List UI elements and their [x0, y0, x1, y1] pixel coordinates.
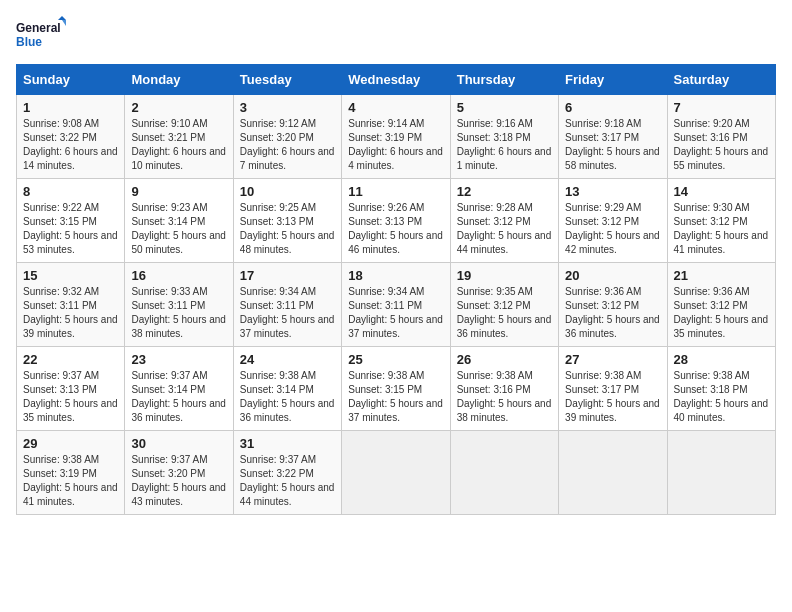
calendar-cell: 11Sunrise: 9:26 AMSunset: 3:13 PMDayligh… [342, 179, 450, 263]
calendar-header: SundayMondayTuesdayWednesdayThursdayFrid… [17, 65, 776, 95]
day-number: 23 [131, 352, 226, 367]
cell-info: Sunrise: 9:33 AMSunset: 3:11 PMDaylight:… [131, 286, 226, 339]
day-number: 17 [240, 268, 335, 283]
svg-text:Blue: Blue [16, 35, 42, 49]
calendar-cell: 5Sunrise: 9:16 AMSunset: 3:18 PMDaylight… [450, 95, 558, 179]
day-number: 6 [565, 100, 660, 115]
col-header-saturday: Saturday [667, 65, 775, 95]
cell-info: Sunrise: 9:10 AMSunset: 3:21 PMDaylight:… [131, 118, 226, 171]
day-number: 25 [348, 352, 443, 367]
cell-info: Sunrise: 9:29 AMSunset: 3:12 PMDaylight:… [565, 202, 660, 255]
col-header-sunday: Sunday [17, 65, 125, 95]
day-number: 5 [457, 100, 552, 115]
cell-info: Sunrise: 9:37 AMSunset: 3:22 PMDaylight:… [240, 454, 335, 507]
col-header-thursday: Thursday [450, 65, 558, 95]
cell-info: Sunrise: 9:37 AMSunset: 3:13 PMDaylight:… [23, 370, 118, 423]
day-number: 16 [131, 268, 226, 283]
calendar-cell: 4Sunrise: 9:14 AMSunset: 3:19 PMDaylight… [342, 95, 450, 179]
day-number: 24 [240, 352, 335, 367]
cell-info: Sunrise: 9:37 AMSunset: 3:20 PMDaylight:… [131, 454, 226, 507]
cell-info: Sunrise: 9:16 AMSunset: 3:18 PMDaylight:… [457, 118, 552, 171]
calendar-cell: 6Sunrise: 9:18 AMSunset: 3:17 PMDaylight… [559, 95, 667, 179]
calendar-cell [667, 431, 775, 515]
calendar-cell: 9Sunrise: 9:23 AMSunset: 3:14 PMDaylight… [125, 179, 233, 263]
cell-info: Sunrise: 9:23 AMSunset: 3:14 PMDaylight:… [131, 202, 226, 255]
calendar-cell: 8Sunrise: 9:22 AMSunset: 3:15 PMDaylight… [17, 179, 125, 263]
day-number: 14 [674, 184, 769, 199]
day-number: 2 [131, 100, 226, 115]
day-number: 18 [348, 268, 443, 283]
cell-info: Sunrise: 9:38 AMSunset: 3:18 PMDaylight:… [674, 370, 769, 423]
calendar-cell: 28Sunrise: 9:38 AMSunset: 3:18 PMDayligh… [667, 347, 775, 431]
page-header: General Blue [16, 16, 776, 54]
day-number: 12 [457, 184, 552, 199]
calendar-week-1: 1Sunrise: 9:08 AMSunset: 3:22 PMDaylight… [17, 95, 776, 179]
svg-marker-3 [62, 20, 66, 26]
calendar-cell: 15Sunrise: 9:32 AMSunset: 3:11 PMDayligh… [17, 263, 125, 347]
day-number: 27 [565, 352, 660, 367]
cell-info: Sunrise: 9:36 AMSunset: 3:12 PMDaylight:… [565, 286, 660, 339]
calendar-cell: 26Sunrise: 9:38 AMSunset: 3:16 PMDayligh… [450, 347, 558, 431]
calendar-cell: 22Sunrise: 9:37 AMSunset: 3:13 PMDayligh… [17, 347, 125, 431]
cell-info: Sunrise: 9:35 AMSunset: 3:12 PMDaylight:… [457, 286, 552, 339]
day-number: 28 [674, 352, 769, 367]
calendar-cell: 14Sunrise: 9:30 AMSunset: 3:12 PMDayligh… [667, 179, 775, 263]
cell-info: Sunrise: 9:14 AMSunset: 3:19 PMDaylight:… [348, 118, 443, 171]
day-number: 9 [131, 184, 226, 199]
calendar-cell: 3Sunrise: 9:12 AMSunset: 3:20 PMDaylight… [233, 95, 341, 179]
cell-info: Sunrise: 9:38 AMSunset: 3:17 PMDaylight:… [565, 370, 660, 423]
calendar-cell: 17Sunrise: 9:34 AMSunset: 3:11 PMDayligh… [233, 263, 341, 347]
calendar-cell [342, 431, 450, 515]
col-header-monday: Monday [125, 65, 233, 95]
calendar-week-5: 29Sunrise: 9:38 AMSunset: 3:19 PMDayligh… [17, 431, 776, 515]
day-number: 19 [457, 268, 552, 283]
day-number: 26 [457, 352, 552, 367]
day-number: 29 [23, 436, 118, 451]
day-number: 20 [565, 268, 660, 283]
cell-info: Sunrise: 9:34 AMSunset: 3:11 PMDaylight:… [240, 286, 335, 339]
calendar-cell: 16Sunrise: 9:33 AMSunset: 3:11 PMDayligh… [125, 263, 233, 347]
cell-info: Sunrise: 9:18 AMSunset: 3:17 PMDaylight:… [565, 118, 660, 171]
day-number: 15 [23, 268, 118, 283]
calendar-cell: 20Sunrise: 9:36 AMSunset: 3:12 PMDayligh… [559, 263, 667, 347]
day-number: 10 [240, 184, 335, 199]
cell-info: Sunrise: 9:36 AMSunset: 3:12 PMDaylight:… [674, 286, 769, 339]
calendar-cell: 18Sunrise: 9:34 AMSunset: 3:11 PMDayligh… [342, 263, 450, 347]
calendar-cell [559, 431, 667, 515]
col-header-friday: Friday [559, 65, 667, 95]
calendar-cell: 25Sunrise: 9:38 AMSunset: 3:15 PMDayligh… [342, 347, 450, 431]
cell-info: Sunrise: 9:25 AMSunset: 3:13 PMDaylight:… [240, 202, 335, 255]
logo-svg: General Blue [16, 16, 66, 54]
day-number: 13 [565, 184, 660, 199]
svg-text:General: General [16, 21, 61, 35]
day-number: 8 [23, 184, 118, 199]
day-number: 30 [131, 436, 226, 451]
calendar-cell: 19Sunrise: 9:35 AMSunset: 3:12 PMDayligh… [450, 263, 558, 347]
day-number: 3 [240, 100, 335, 115]
cell-info: Sunrise: 9:37 AMSunset: 3:14 PMDaylight:… [131, 370, 226, 423]
calendar-cell: 12Sunrise: 9:28 AMSunset: 3:12 PMDayligh… [450, 179, 558, 263]
day-number: 7 [674, 100, 769, 115]
day-number: 4 [348, 100, 443, 115]
cell-info: Sunrise: 9:20 AMSunset: 3:16 PMDaylight:… [674, 118, 769, 171]
calendar-week-4: 22Sunrise: 9:37 AMSunset: 3:13 PMDayligh… [17, 347, 776, 431]
svg-marker-2 [58, 16, 66, 20]
cell-info: Sunrise: 9:12 AMSunset: 3:20 PMDaylight:… [240, 118, 335, 171]
calendar-cell: 27Sunrise: 9:38 AMSunset: 3:17 PMDayligh… [559, 347, 667, 431]
logo: General Blue [16, 16, 66, 54]
calendar-cell [450, 431, 558, 515]
calendar-cell: 7Sunrise: 9:20 AMSunset: 3:16 PMDaylight… [667, 95, 775, 179]
cell-info: Sunrise: 9:08 AMSunset: 3:22 PMDaylight:… [23, 118, 118, 171]
calendar-cell: 21Sunrise: 9:36 AMSunset: 3:12 PMDayligh… [667, 263, 775, 347]
cell-info: Sunrise: 9:34 AMSunset: 3:11 PMDaylight:… [348, 286, 443, 339]
calendar-cell: 30Sunrise: 9:37 AMSunset: 3:20 PMDayligh… [125, 431, 233, 515]
day-number: 31 [240, 436, 335, 451]
calendar-cell: 2Sunrise: 9:10 AMSunset: 3:21 PMDaylight… [125, 95, 233, 179]
cell-info: Sunrise: 9:38 AMSunset: 3:14 PMDaylight:… [240, 370, 335, 423]
calendar-cell: 10Sunrise: 9:25 AMSunset: 3:13 PMDayligh… [233, 179, 341, 263]
day-number: 21 [674, 268, 769, 283]
cell-info: Sunrise: 9:38 AMSunset: 3:19 PMDaylight:… [23, 454, 118, 507]
cell-info: Sunrise: 9:32 AMSunset: 3:11 PMDaylight:… [23, 286, 118, 339]
col-header-wednesday: Wednesday [342, 65, 450, 95]
calendar-cell: 1Sunrise: 9:08 AMSunset: 3:22 PMDaylight… [17, 95, 125, 179]
